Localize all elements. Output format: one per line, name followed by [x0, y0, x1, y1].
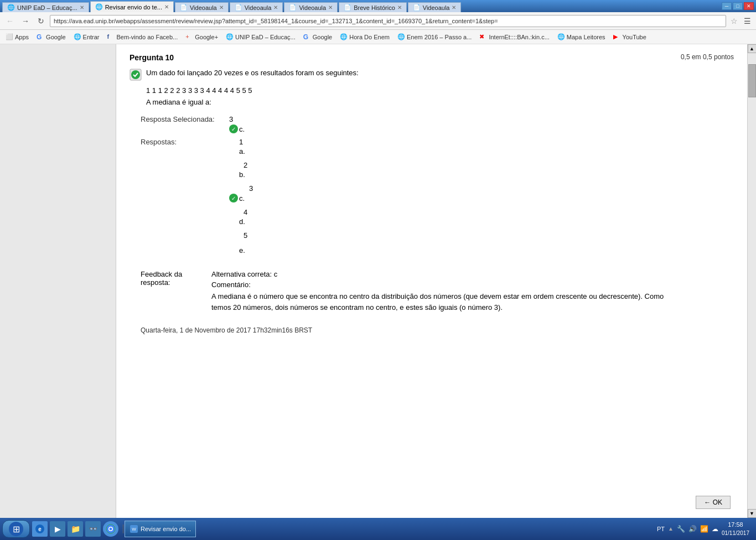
bookmark-mapa-label: Mapa Leitores	[567, 34, 605, 40]
tab-revisar-icon: 🌐	[95, 3, 103, 11]
bookmark-google2[interactable]: G Google	[300, 32, 335, 42]
question-text: Um dado foi lançado 20 vezes e os result…	[146, 69, 359, 77]
answers-section: Respostas: 1 a. 2 b. 3	[130, 138, 734, 266]
question-header: Pergunta 10 0,5 em 0,5 pontos	[130, 53, 734, 62]
tab-video2[interactable]: 📄 Videoaula ✕	[230, 2, 283, 12]
bookmark-googleplus[interactable]: + Google+	[182, 32, 221, 42]
option-b-row: b.	[229, 170, 253, 179]
option-a-letter: a.	[239, 147, 245, 155]
network-icon[interactable]: 📶	[700, 525, 708, 533]
selected-answer-letter: c.	[239, 125, 245, 133]
tab-unip-close[interactable]: ✕	[80, 4, 84, 11]
mapa-icon: 🌐	[557, 33, 565, 41]
navbar: ← → ↻ ☆ ☰	[0, 12, 756, 30]
option-c-value: 3	[249, 184, 253, 193]
bookmark-youtube-label: YouTube	[623, 34, 646, 40]
option-a-group: 1 a.	[229, 138, 253, 155]
question-text-content: Um dado foi lançado 20 vezes e os result…	[146, 69, 359, 77]
bookmark-youtube[interactable]: ▶ YouTube	[610, 32, 650, 42]
tab-video1-close[interactable]: ✕	[219, 4, 224, 11]
reload-button[interactable]: ↻	[34, 14, 48, 28]
bookmark-internet[interactable]: ✖ InternEt::::BAn.:kin.c...	[476, 32, 552, 42]
tab-revisar-label: Revisar envio do te...	[105, 4, 162, 11]
tab-video2-icon: 📄	[235, 4, 242, 12]
option-a-row: a.	[229, 147, 253, 155]
maximize-button[interactable]: □	[733, 2, 743, 10]
chrome-quicklaunch-icon[interactable]	[103, 521, 118, 537]
bookmark-horaenem[interactable]: 🌐 Hora Do Enem	[336, 32, 393, 42]
option-e-letter: e.	[239, 246, 245, 255]
tab-revisar-close[interactable]: ✕	[164, 4, 169, 10]
glasses-quicklaunch-icon[interactable]: 👓	[85, 521, 101, 537]
close-button[interactable]: ✕	[744, 2, 754, 10]
bookmark-google1[interactable]: G Google	[33, 32, 69, 42]
tab-breve-close[interactable]: ✕	[397, 4, 402, 11]
back-button[interactable]: ←	[3, 14, 17, 28]
question-score: 0,5 em 0,5 pontos	[681, 53, 734, 61]
internet-icon: ✖	[479, 33, 487, 41]
tab-video1-icon: 📄	[180, 4, 188, 12]
address-bar[interactable]	[50, 15, 726, 27]
menu-button[interactable]: ☰	[742, 15, 753, 27]
option-e-row: e.	[229, 246, 253, 255]
tab-bar: 🌐 UNIP EaD – Educaç... ✕ 🌐 Revisar envio…	[2, 0, 722, 12]
feedback-comment-label: Comentário:	[211, 281, 676, 289]
volume-icon[interactable]: 🔊	[688, 525, 697, 533]
bookmark-enem[interactable]: 🌐 Enem 2016 – Passo a...	[394, 32, 475, 42]
tab-breve[interactable]: 📄 Breve Histórico ✕	[339, 2, 407, 12]
taskbar-window-active[interactable]: W Revisar envio do...	[125, 521, 196, 537]
scrollbar: ▲ ▼	[747, 44, 756, 518]
folder-quicklaunch-icon[interactable]: 📁	[68, 521, 83, 537]
scroll-down-button[interactable]: ▼	[748, 509, 757, 518]
selected-checkmark-icon: ✓	[229, 124, 238, 133]
tab-video4-close[interactable]: ✕	[452, 4, 456, 11]
bookmark-googleplus-label: Google+	[195, 34, 218, 40]
tab-video2-close[interactable]: ✕	[273, 4, 278, 11]
selected-answer-section: Resposta Selecionada: 3 ✓ c.	[130, 115, 734, 133]
bookmark-apps[interactable]: ⬜ Apps	[2, 32, 32, 42]
tray-arrow: ▲	[668, 526, 674, 532]
media-quicklaunch-icon[interactable]: ▶	[50, 521, 65, 537]
bookmark-facebook[interactable]: f Bem-vindo ao Faceb...	[104, 32, 182, 42]
scroll-thumb[interactable]	[748, 64, 756, 97]
tab-video3[interactable]: 📄 Videoaula ✕	[284, 2, 338, 12]
taskbar-window-icon: W	[130, 525, 138, 533]
tab-video4[interactable]: 📄 Videoaula ✕	[408, 2, 462, 12]
taskbar-windows: W Revisar envio do...	[125, 521, 653, 537]
question-sequence: 1 1 1 2 2 2 3 3 3 3 4 4 4 4 4 5 5 5	[130, 86, 734, 95]
forward-button[interactable]: →	[19, 14, 32, 28]
minimize-button[interactable]: ─	[722, 2, 732, 10]
tab-video4-label: Videoaula	[423, 4, 450, 11]
bookmark-star-button[interactable]: ☆	[728, 15, 739, 27]
feedback-comment-text: A mediana é o número que se encontra no …	[211, 291, 676, 313]
bookmark-mapa[interactable]: 🌐 Mapa Leitores	[554, 32, 609, 42]
start-button[interactable]: ⊞	[2, 520, 30, 538]
bookmark-entrar[interactable]: 🌐 Entrar	[70, 32, 103, 42]
tab-video3-label: Videoaula	[299, 4, 326, 11]
bookmark-enem-label: Enem 2016 – Passo a...	[407, 34, 472, 40]
tab-unip-label: UNIP EaD – Educaç...	[17, 4, 77, 11]
ok-button[interactable]: ← OK	[696, 496, 731, 509]
tab-revisar[interactable]: 🌐 Revisar envio do te... ✕	[90, 1, 174, 12]
horaenem-icon: 🌐	[340, 33, 348, 41]
option-c-letter: c.	[239, 194, 245, 202]
bookmark-unip[interactable]: 🌐 UNIP EaD – Educaç...	[222, 32, 299, 42]
bookmark-internet-label: InternEt::::BAn.:kin.c...	[489, 34, 549, 40]
tab-video1[interactable]: 📄 Videoaula ✕	[175, 2, 229, 12]
googleplus-icon: +	[185, 33, 193, 41]
bookmark-google1-label: Google	[46, 34, 65, 40]
tab-video3-close[interactable]: ✕	[328, 4, 333, 11]
clock[interactable]: 17:58 01/11/2017	[722, 521, 749, 537]
quick-launch: e ▶ 📁 👓	[32, 521, 118, 537]
svg-text:⊞: ⊞	[13, 525, 20, 534]
option-c-checkmark-icon: ✓	[229, 194, 238, 202]
option-d-letter: d.	[239, 217, 245, 226]
option-d-group: 4 d.	[229, 208, 253, 226]
option-d-value: 4	[244, 208, 253, 216]
bookmark-facebook-label: Bem-vindo ao Faceb...	[117, 34, 178, 40]
ie-quicklaunch-icon[interactable]: e	[32, 521, 48, 537]
tab-unip[interactable]: 🌐 UNIP EaD – Educaç... ✕	[2, 2, 89, 12]
option-b-value: 2	[244, 161, 253, 169]
timestamp: Quarta-feira, 1 de Novembro de 2017 17h3…	[130, 326, 734, 334]
scroll-up-button[interactable]: ▲	[748, 44, 757, 53]
